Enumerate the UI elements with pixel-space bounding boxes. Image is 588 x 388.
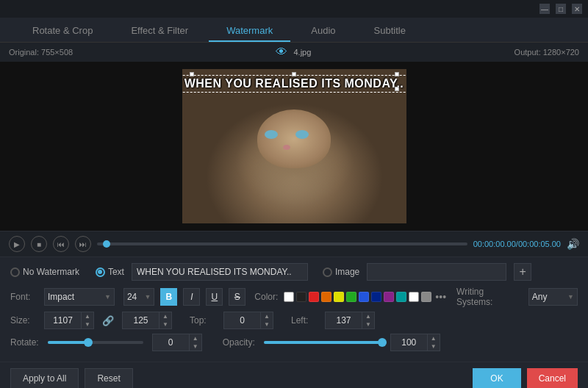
size-chevron-icon: ▼ <box>144 293 151 301</box>
left-label: Left: <box>291 315 319 326</box>
height-input[interactable] <box>122 312 159 329</box>
playback-bar: ▶ ■ ⏮ ⏭ 00:00:00.00/00:00:05.00 🔊 <box>0 231 588 256</box>
volume-icon[interactable]: 🔊 <box>567 238 579 250</box>
width-spinbox: ▲ ▼ <box>44 312 94 329</box>
watermark-overlay[interactable]: WHEN YOU REALISED ITS MONDAY.. <box>182 75 406 93</box>
left-up-button[interactable]: ▲ <box>362 312 374 320</box>
reset-button[interactable]: Reset <box>85 368 132 388</box>
no-watermark-label: No Watermark <box>23 267 79 277</box>
writing-chevron-icon: ▼ <box>567 293 574 301</box>
color-label: Color: <box>254 292 278 302</box>
output-size-label: Output: 1280×720 <box>514 48 579 57</box>
rotate-label: Rotate: <box>10 337 39 348</box>
opacity-slider[interactable] <box>264 341 381 344</box>
add-image-button[interactable]: + <box>514 263 531 281</box>
size-label: Size: <box>10 315 38 326</box>
image-watermark-radio[interactable] <box>323 267 332 277</box>
opacity-up-button[interactable]: ▲ <box>428 334 440 342</box>
filename-label: 4.jpg <box>293 48 311 57</box>
more-colors-icon[interactable]: ••• <box>435 291 446 303</box>
close-button[interactable]: ✕ <box>572 4 582 14</box>
font-select[interactable]: Impact ▼ <box>44 288 115 306</box>
top-up-button[interactable]: ▲ <box>261 312 273 320</box>
tab-rotate-crop[interactable]: Rotate & Crop <box>15 21 110 42</box>
color-swatch-black[interactable] <box>296 292 306 302</box>
minimize-button[interactable]: — <box>539 4 550 14</box>
font-value: Impact <box>48 292 74 302</box>
ok-button[interactable]: OK <box>473 368 520 388</box>
opacity-down-button[interactable]: ▼ <box>428 342 440 351</box>
left-buttons: Apply to All Reset <box>10 368 133 388</box>
tab-watermark[interactable]: Watermark <box>209 21 290 42</box>
top-input[interactable] <box>223 312 260 329</box>
left-input[interactable] <box>325 312 362 329</box>
bold-button[interactable]: B <box>160 288 177 306</box>
color-swatch-gray[interactable] <box>421 292 431 302</box>
color-swatch-white2[interactable] <box>409 292 419 302</box>
no-watermark-radio[interactable] <box>10 267 20 277</box>
strikethrough-button[interactable]: S <box>229 288 245 306</box>
tab-subtitle[interactable]: Subtitle <box>356 21 423 42</box>
writing-systems-label: Writing Systems: <box>456 287 520 307</box>
time-display: 00:00:00.00/00:00:05.00 <box>473 240 561 248</box>
image-watermark-option[interactable]: Image <box>323 267 359 277</box>
visibility-icon[interactable]: 👁 <box>276 46 287 59</box>
rotate-slider[interactable] <box>48 341 143 344</box>
resize-handle-tr[interactable] <box>395 72 399 76</box>
width-input[interactable] <box>44 312 81 329</box>
opacity-label: Opacity: <box>223 337 255 348</box>
color-swatch-yellow[interactable] <box>334 292 344 302</box>
text-watermark-radio[interactable] <box>96 267 105 277</box>
stop-button[interactable]: ■ <box>31 236 47 252</box>
rotate-up-button[interactable]: ▲ <box>190 334 201 342</box>
color-swatch-orange[interactable] <box>321 292 331 302</box>
no-watermark-option[interactable]: No Watermark <box>10 267 79 277</box>
writing-systems-value: Any <box>532 292 548 302</box>
rotate-down-button[interactable]: ▼ <box>190 342 201 351</box>
width-down-button[interactable]: ▼ <box>82 320 93 328</box>
color-swatch-red[interactable] <box>309 292 319 302</box>
rotate-input[interactable] <box>152 334 189 351</box>
text-watermark-option[interactable]: Text <box>96 267 124 277</box>
font-label: Font: <box>10 292 38 302</box>
right-buttons: OK Cancel <box>473 368 578 388</box>
height-spinbox: ▲ ▼ <box>122 312 172 329</box>
color-swatch-white[interactable] <box>284 292 294 302</box>
top-down-button[interactable]: ▼ <box>261 320 273 328</box>
prev-button[interactable]: ⏮ <box>53 236 69 252</box>
cancel-button[interactable]: Cancel <box>527 368 578 388</box>
writing-systems-select[interactable]: Any ▼ <box>528 288 578 306</box>
left-spinbox: ▲ ▼ <box>325 312 375 329</box>
tab-effect-filter[interactable]: Effect & Filter <box>113 21 206 42</box>
color-swatch-purple[interactable] <box>384 292 394 302</box>
color-swatch-teal[interactable] <box>396 292 406 302</box>
play-button[interactable]: ▶ <box>9 236 25 252</box>
font-size-select[interactable]: 24 ▼ <box>123 288 154 306</box>
height-down-button[interactable]: ▼ <box>159 320 171 328</box>
resize-handle-tl[interactable] <box>190 72 194 76</box>
height-up-button[interactable]: ▲ <box>159 312 171 320</box>
tab-audio[interactable]: Audio <box>293 21 353 42</box>
image-path-input[interactable] <box>367 263 506 281</box>
next-button[interactable]: ⏭ <box>75 236 91 252</box>
seek-bar[interactable] <box>97 242 467 245</box>
controls-panel: No Watermark Text Image + Font: Impact ▼… <box>0 256 588 362</box>
opacity-input[interactable] <box>390 334 427 351</box>
width-up-button[interactable]: ▲ <box>82 312 93 320</box>
underline-button[interactable]: U <box>206 288 223 306</box>
color-swatch-green[interactable] <box>346 292 356 302</box>
color-swatch-navy[interactable] <box>371 292 381 302</box>
rotate-row: Rotate: ▲ ▼ Opacity: ▲ ▼ <box>10 334 578 351</box>
preview-bar: Original: 755×508 👁 4.jpg Output: 1280×7… <box>0 43 588 62</box>
watermark-text-input[interactable] <box>132 263 308 281</box>
left-down-button[interactable]: ▼ <box>362 320 374 328</box>
color-swatch-blue[interactable] <box>359 292 369 302</box>
apply-all-button[interactable]: Apply to All <box>10 368 79 388</box>
top-spinbox: ▲ ▼ <box>223 312 273 329</box>
italic-button[interactable]: I <box>183 288 200 306</box>
color-swatches: ••• <box>284 291 446 303</box>
link-icon[interactable]: 🔗 <box>102 315 114 326</box>
resize-handle-mr[interactable] <box>395 87 399 91</box>
resize-handle-tm[interactable] <box>292 72 296 76</box>
maximize-button[interactable]: □ <box>556 4 566 14</box>
